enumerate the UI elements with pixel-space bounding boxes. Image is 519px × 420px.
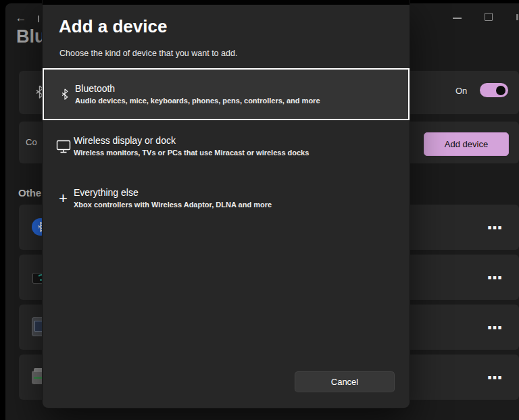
dialog-subtitle: Choose the kind of device that you want … (59, 49, 237, 58)
maximize-button[interactable] (485, 13, 493, 21)
bluetooth-icon (54, 84, 75, 105)
option-title: Bluetooth (75, 83, 320, 95)
minimize-button[interactable] (453, 18, 462, 19)
cancel-button-label: Cancel (331, 377, 358, 387)
close-button[interactable] (516, 14, 518, 20)
add-device-button[interactable]: Add device (424, 132, 509, 156)
toggle-knob (496, 86, 505, 95)
option-description: Audio devices, mice, keyboards, phones, … (75, 96, 320, 105)
cancel-button[interactable]: Cancel (295, 371, 395, 392)
back-arrow-icon: ← (16, 11, 27, 25)
dialog-titlebar (43, 0, 410, 5)
option-wireless-display[interactable]: Wireless display or dock Wireless monito… (43, 120, 410, 172)
device-menu-button[interactable]: ■■■ (484, 220, 507, 235)
page-title: Blu (16, 26, 46, 47)
wireless-display-icon (53, 136, 74, 157)
back-button[interactable]: ← (13, 11, 29, 26)
device-menu-button[interactable]: ■■■ (484, 270, 507, 285)
device-menu-button[interactable]: ■■■ (484, 370, 507, 385)
plus-icon: + (53, 188, 74, 209)
option-bluetooth[interactable]: Bluetooth Audio devices, mice, keyboards… (43, 68, 410, 120)
option-title: Wireless display or dock (74, 135, 309, 147)
dialog-title: Add a device (59, 16, 167, 37)
option-description: Wireless monitors, TVs or PCs that use M… (74, 148, 309, 157)
connect-label: Co (26, 137, 37, 147)
other-devices-heading: Othe (18, 187, 41, 199)
option-title: Everything else (74, 187, 272, 199)
option-everything-else[interactable]: + Everything else Xbox controllers with … (43, 172, 410, 224)
toggle-state-label: On (455, 86, 467, 96)
add-device-button-label: Add device (445, 139, 488, 149)
bluetooth-toggle[interactable] (480, 83, 508, 97)
hamburger-menu-icon[interactable] (38, 16, 39, 22)
add-device-dialog: Add a device Choose the kind of device t… (42, 0, 410, 409)
option-description: Xbox controllers with Wireless Adaptor, … (74, 200, 272, 209)
device-menu-button[interactable]: ■■■ (484, 320, 507, 335)
